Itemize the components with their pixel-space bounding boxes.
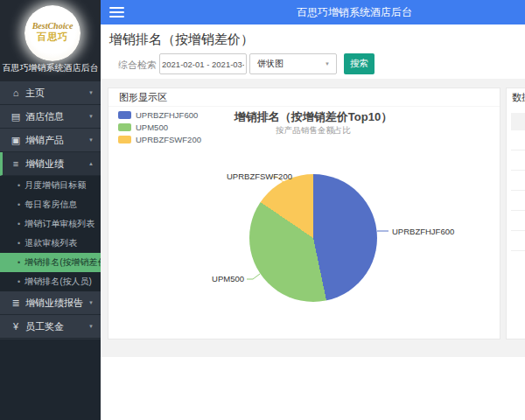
table-row: [511, 171, 525, 191]
table-row: [511, 150, 525, 171]
legend-item[interactable]: UPRBZFSWF200: [118, 135, 201, 144]
app-window: BestChoice 百思巧 百思巧增销系统酒店后台 ⌂ 主页 ▼ ▤ 酒店信息…: [0, 0, 525, 420]
subitem-label: 增销排名(按增销差价): [24, 257, 109, 267]
chart-title: 增销排名（按增销差价Top10）: [208, 109, 418, 125]
sidebar-subitem-rank-by-person[interactable]: •增销排名(按人员): [0, 272, 101, 291]
sidebar-item-performance-report[interactable]: ≣ 增销业绩报告 ▼: [0, 291, 101, 315]
hotel-info-icon: ▤: [9, 105, 23, 128]
chart-subtitle: 按产品销售金额占比: [208, 125, 418, 136]
pie-label: UPRBZFHJF600: [392, 227, 454, 236]
chart-type-value: 饼状图: [257, 59, 284, 68]
subitem-label: 每日客房信息: [24, 200, 77, 209]
date-range-input[interactable]: [159, 53, 247, 74]
bullet-icon: •: [18, 239, 20, 248]
brand-logo: BestChoice 百思巧: [24, 5, 80, 61]
subitem-label: 退款审核列表: [24, 238, 77, 248]
legend-swatch-green: [118, 123, 131, 131]
legend-label: UPRBZFHJF600: [136, 110, 198, 120]
sidebar-subitem-rank-by-price-diff[interactable]: •增销排名(按增销差价): [0, 253, 101, 272]
product-icon: ▣: [9, 129, 23, 151]
sidebar-item-label: 酒店信息: [25, 111, 64, 122]
hamburger-menu-icon[interactable]: [109, 7, 124, 18]
performance-icon: ≡: [9, 152, 23, 175]
bullet-icon: •: [18, 258, 20, 267]
chevron-down-icon: ▼: [88, 291, 94, 314]
sidebar-item-label: 增销产品: [25, 135, 64, 145]
bullet-icon: •: [18, 220, 20, 228]
chevron-up-icon: ▲: [88, 152, 94, 175]
page-title: 增销排名（按增销差价）: [109, 32, 254, 48]
sidebar: BestChoice 百思巧 百思巧增销系统酒店后台 ⌂ 主页 ▼ ▤ 酒店信息…: [0, 0, 101, 420]
subitem-label: 增销订单审核列表: [24, 219, 94, 228]
chart-legend: UPRBZFHJF600 UPM500 UPRBZFSWF200: [118, 110, 201, 147]
data-table-header: [511, 113, 525, 130]
data-panel-header: 数据显示区: [507, 88, 525, 107]
bullet-icon: •: [18, 200, 20, 209]
subitem-label: 月度增销目标额: [24, 180, 86, 190]
chevron-down-icon: ▼: [88, 81, 94, 104]
pie-label: UPRBZFSWF200: [227, 172, 292, 181]
topbar-title: 百思巧增销系统酒店后台: [297, 0, 412, 24]
topbar: 百思巧增销系统酒店后台: [101, 0, 525, 24]
legend-swatch-yellow: [118, 136, 131, 144]
sidebar-item-upsell-products[interactable]: ▣ 增销产品 ▼: [0, 129, 101, 152]
logo-script-text: BestChoice: [24, 21, 80, 31]
pie-label: UPM500: [196, 274, 244, 284]
legend-item[interactable]: UPRBZFHJF600: [118, 110, 201, 120]
sidebar-subitem-order-review-list[interactable]: •增销订单审核列表: [0, 214, 101, 234]
bullet-icon: •: [18, 277, 20, 286]
table-row: [511, 130, 525, 150]
sidebar-item-employee-bonus[interactable]: ¥ 员工奖金 ▼: [0, 315, 101, 339]
pie-chart: UPRBZFHJF600 UPM500 UPRBZFSWF200 增销排名（按增…: [108, 107, 500, 338]
sidebar-divider: [0, 339, 101, 340]
chevron-down-icon: ▼: [88, 315, 94, 338]
sidebar-item-home[interactable]: ⌂ 主页 ▼: [0, 81, 101, 105]
sidebar-subitem-refund-review-list[interactable]: •退款审核列表: [0, 234, 101, 253]
table-row: [511, 211, 525, 231]
chevron-down-icon: ▼: [88, 129, 94, 151]
legend-swatch-blue: [118, 111, 131, 119]
sidebar-item-label: 主页: [25, 88, 45, 98]
sidebar-item-label: 增销业绩: [25, 158, 64, 169]
pie-graphic[interactable]: [249, 174, 377, 302]
legend-label: UPM500: [136, 122, 168, 132]
report-icon: ≣: [9, 291, 23, 314]
sidebar-item-hotel-info[interactable]: ▤ 酒店信息 ▼: [0, 105, 101, 129]
chart-panel: 图形显示区 UPRBZFHJF600 UPM500 UP: [108, 88, 500, 340]
logo-cn-text: 百思巧: [24, 31, 80, 44]
bonus-icon: ¥: [9, 315, 23, 338]
sidebar-subitem-daily-room-info[interactable]: •每日客房信息: [0, 195, 101, 214]
brand-caption: 百思巧增销系统酒店后台: [0, 62, 101, 74]
table-row: [511, 191, 525, 211]
chart-panel-header: 图形显示区: [108, 88, 500, 107]
chevron-down-icon: ▼: [88, 105, 94, 128]
sidebar-item-label: 增销业绩报告: [25, 298, 83, 308]
chevron-down-icon: ▼: [325, 54, 330, 74]
content-area: 图形显示区 UPRBZFHJF600 UPM500 UP: [101, 79, 525, 357]
home-icon: ⌂: [9, 81, 23, 104]
logo-area: BestChoice 百思巧 百思巧增销系统酒店后台: [0, 0, 101, 81]
chart-type-select[interactable]: 饼状图 ▼: [249, 53, 337, 74]
bullet-icon: •: [18, 181, 20, 190]
subitem-label: 增销排名(按人员): [24, 276, 92, 286]
legend-item[interactable]: UPM500: [118, 122, 201, 132]
search-button[interactable]: 搜索: [344, 53, 374, 74]
sidebar-item-label: 员工奖金: [25, 321, 64, 332]
table-row: [511, 231, 525, 251]
legend-label: UPRBZFSWF200: [136, 135, 201, 144]
sidebar-subitem-monthly-target[interactable]: •月度增销目标额: [0, 176, 101, 195]
data-panel: 数据显示区: [506, 88, 525, 340]
main-area: 百思巧增销系统酒店后台 增销排名（按增销差价） 综合检索： 饼状图 ▼ 搜索 图…: [101, 0, 525, 420]
sidebar-item-upsell-performance[interactable]: ≡ 增销业绩 ▲: [0, 152, 101, 176]
